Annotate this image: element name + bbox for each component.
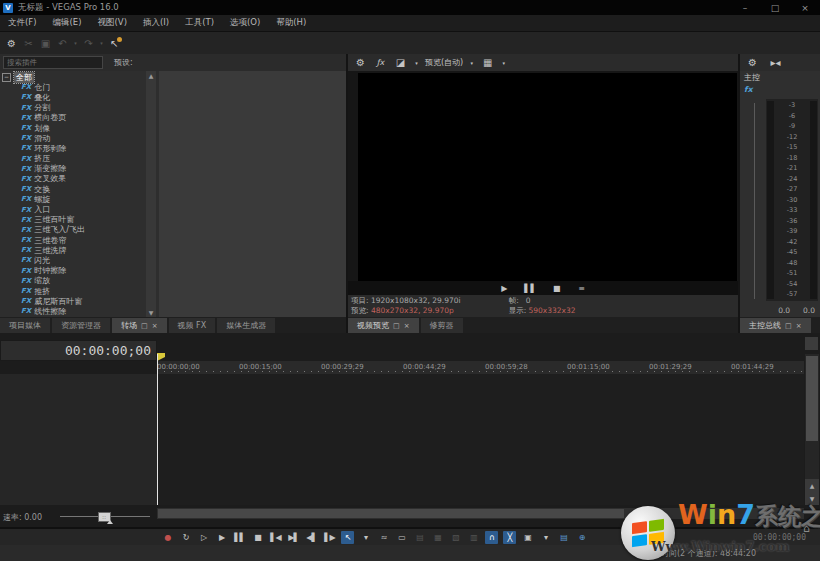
dock-tab[interactable]: 媒体生成器 — [217, 318, 275, 333]
fx-item[interactable]: FX 交叉效果 — [0, 174, 157, 184]
track-list-area[interactable] — [0, 374, 158, 505]
cut-icon[interactable]: ✂ — [21, 36, 36, 51]
play-icon[interactable]: ▶ — [215, 531, 228, 544]
fx-item[interactable]: FX 仓门 — [0, 82, 157, 92]
grouping-dropdown-caret-icon[interactable]: ▾ — [539, 531, 552, 544]
paste-icon[interactable]: ▣ — [38, 36, 53, 51]
fx-item[interactable]: FX 威尼斯百叶窗 — [0, 296, 157, 306]
playhead-cursor[interactable] — [157, 354, 158, 505]
envelope-tool-icon[interactable]: ≈ — [377, 531, 390, 544]
fx-item[interactable]: FX 三维卷帘 — [0, 235, 157, 245]
interactive-tutorials-icon[interactable]: ↖ — [107, 36, 122, 51]
menu-item[interactable]: 文件(F) — [0, 15, 45, 31]
timecode-display[interactable]: 00:00:00;00 — [0, 340, 157, 361]
menu-item[interactable]: 工具(T) — [177, 15, 222, 31]
normal-edit-tool-icon[interactable]: ↖ — [341, 531, 354, 544]
dock-tab[interactable]: 项目媒体 — [0, 318, 50, 333]
edit-tool-dropdown-caret-icon[interactable]: ▾ — [359, 531, 372, 544]
previous-frame-icon[interactable]: ◀▌ — [305, 531, 318, 544]
dock-tab[interactable]: 视频预览□× — [348, 318, 419, 333]
fx-item[interactable]: FX 时钟擦除 — [0, 266, 157, 276]
touch-pointer-icon[interactable]: ⊕ — [575, 531, 588, 544]
fx-item[interactable]: FX 三维洗牌 — [0, 245, 157, 255]
scroll-up-button[interactable]: ▲ — [805, 479, 819, 492]
preview-play-icon[interactable]: ▶ — [499, 282, 509, 294]
scroll-down-icon[interactable]: ▼ — [146, 308, 156, 317]
loop-playback-icon[interactable]: ↻ — [179, 531, 192, 544]
ignore-event-grouping-icon[interactable]: ▦ — [431, 531, 444, 544]
downmix-output-icon[interactable]: ▸◂ — [768, 55, 783, 70]
fx-item[interactable]: FX 横向卷页 — [0, 113, 157, 123]
rate-slider[interactable]: ∷ — [60, 516, 150, 517]
pause-icon[interactable]: ▌▌ — [233, 531, 246, 544]
stop-icon[interactable]: ■ — [251, 531, 264, 544]
plugin-search-input[interactable] — [3, 56, 103, 69]
timeline-horizontal-scrollbar[interactable] — [157, 508, 804, 519]
menu-item[interactable]: 视图(V) — [90, 15, 135, 31]
split-screen-caret-icon[interactable]: ▾ — [413, 55, 420, 70]
fx-item[interactable]: FX 滑动 — [0, 133, 157, 143]
collapse-icon[interactable]: − — [2, 73, 11, 82]
undo-dropdown-caret-icon[interactable]: ▾ — [72, 36, 79, 51]
fx-item[interactable]: FX 叠化 — [0, 92, 157, 102]
track-view[interactable] — [0, 374, 804, 505]
playhead-marker-icon[interactable] — [157, 353, 165, 361]
next-frame-icon[interactable]: ▌▶ — [323, 531, 336, 544]
undo-icon[interactable]: ↶ — [55, 36, 70, 51]
close-button[interactable]: × — [790, 0, 820, 15]
fx-item[interactable]: FX 缩放 — [0, 276, 157, 286]
project-properties-gear-icon[interactable]: ⚙ — [4, 36, 19, 51]
mixer-icon[interactable]: ▤ — [557, 531, 570, 544]
redo-icon[interactable]: ↷ — [81, 36, 96, 51]
fx-item[interactable]: FX 环形剥除 — [0, 143, 157, 153]
video-output-fx-icon[interactable]: ƒx — [373, 55, 388, 70]
redo-dropdown-caret-icon[interactable]: ▾ — [98, 36, 105, 51]
scroll-up-icon[interactable]: ▲ — [146, 71, 156, 80]
split-screen-view-icon[interactable]: ◪ — [393, 55, 408, 70]
hscroll-thumb[interactable] — [158, 509, 624, 518]
fx-item[interactable]: FX 渐变擦除 — [0, 164, 157, 174]
fx-item[interactable]: FX 闪光 — [0, 255, 157, 265]
fx-item[interactable]: FX 推挤 — [0, 286, 157, 296]
fx-item[interactable]: FX 入口 — [0, 204, 157, 214]
go-to-end-icon[interactable]: ▶▌ — [287, 531, 300, 544]
preview-stop-icon[interactable]: ■ — [552, 282, 562, 294]
fx-item[interactable]: FX 挤压 — [0, 154, 157, 164]
level-meter[interactable]: -3-6-9-12-15-18-21-24-27-30-33-36-39-42-… — [766, 99, 818, 301]
auto-ripple-icon[interactable]: ╳ — [503, 531, 516, 544]
menu-item[interactable]: 插入(I) — [135, 15, 177, 31]
dock-tab[interactable]: 视频 FX — [169, 318, 216, 333]
fx-item[interactable]: FX 线性擦除 — [0, 306, 157, 316]
fx-item[interactable]: FX 分割 — [0, 103, 157, 113]
preview-settings-gear-icon[interactable]: ⚙ — [353, 55, 368, 70]
maximize-button[interactable]: □ — [760, 0, 790, 15]
vscroll-thumb[interactable] — [806, 356, 818, 441]
record-icon[interactable]: ● — [161, 531, 174, 544]
fx-item[interactable]: FX 螺旋 — [0, 194, 157, 204]
scroll-down-button[interactable]: ▼ — [805, 492, 819, 505]
timeline-vertical-scrollbar[interactable] — [805, 354, 819, 479]
snap-icon[interactable]: ∩ — [485, 531, 498, 544]
play-from-start-icon[interactable]: ▷ — [197, 531, 210, 544]
fx-item[interactable]: FX 划像 — [0, 123, 157, 133]
go-to-start-icon[interactable]: ▌◀ — [269, 531, 282, 544]
dock-tab[interactable]: 转场□× — [112, 318, 167, 333]
menu-item[interactable]: 选项(O) — [222, 15, 268, 31]
tree-scrollbar[interactable]: ▲ ▼ — [146, 71, 156, 317]
dock-tab[interactable]: 修剪器 — [421, 318, 463, 333]
selection-tool-icon[interactable]: ▭ — [395, 531, 408, 544]
overlays-grid-icon[interactable]: ▦ — [480, 55, 495, 70]
fx-item[interactable]: FX 星形擦除 — [0, 317, 157, 318]
preview-pause-icon[interactable]: ▌▌ — [524, 282, 536, 294]
playback-options-icon[interactable]: ≡ — [577, 282, 587, 294]
lock-envelopes-icon[interactable]: ▤ — [413, 531, 426, 544]
fx-item[interactable]: FX 三维百叶窗 — [0, 215, 157, 225]
timeline-ruler[interactable]: 00:00:00;0000:00:15;0000:00:29;2900:00:4… — [157, 361, 804, 375]
quantize-to-frames-icon[interactable]: ▥ — [467, 531, 480, 544]
marker-tool-button[interactable] — [805, 337, 818, 350]
menu-item[interactable]: 帮助(H) — [268, 15, 314, 31]
preset-list-area[interactable] — [159, 71, 346, 317]
bus-properties-gear-icon[interactable]: ⚙ — [745, 55, 760, 70]
minimize-button[interactable]: – — [730, 0, 760, 15]
preview-quality-caret-icon[interactable]: ▾ — [468, 55, 475, 70]
